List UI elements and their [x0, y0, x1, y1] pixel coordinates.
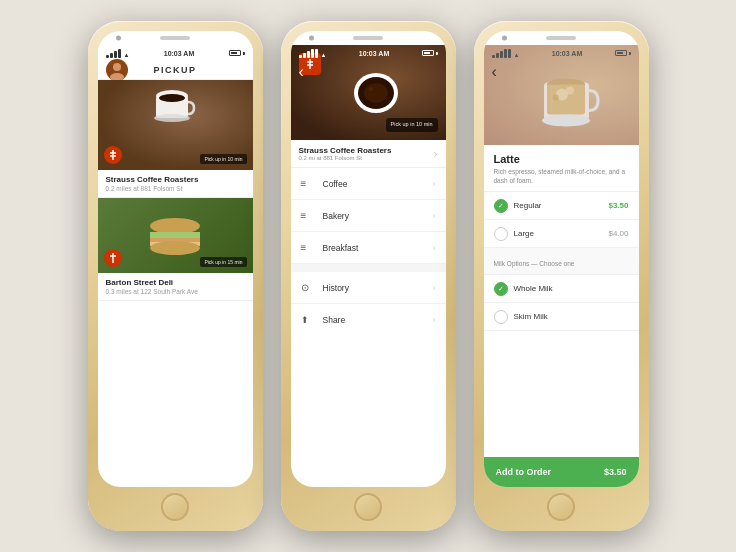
svg-point-4: [159, 94, 185, 102]
restaurant-chevron[interactable]: ›: [434, 147, 438, 161]
menu-item-bakery-left: ≡ Bakery: [301, 210, 349, 221]
home-button-2[interactable]: [354, 493, 382, 521]
share-chevron: ›: [433, 315, 436, 325]
camera-dot-3: [502, 36, 507, 41]
phone-2: ▲ 10:03 AM: [281, 21, 456, 531]
signal-3: ▲: [492, 49, 520, 58]
radio-skim-milk[interactable]: [494, 310, 508, 324]
speaker: [160, 36, 190, 40]
back-button-2[interactable]: ‹: [299, 63, 304, 81]
phone-3-status-bar: ▲ 10:03 AM: [484, 45, 639, 61]
history-icon: ⊙: [301, 282, 315, 293]
s2: [303, 53, 306, 58]
phone-2-top-bar: [291, 31, 446, 45]
battery-fill-3: [617, 52, 623, 54]
s3-4: [504, 49, 507, 58]
radio-regular[interactable]: [494, 199, 508, 213]
phone-1: ▲ 10:03 AM PICKUP: [88, 21, 263, 531]
pickup-badge-2: Pick up in 15 min: [200, 257, 246, 268]
speaker-3: [546, 36, 576, 40]
size-options: Regular $3.50 Large $4.00: [484, 192, 639, 248]
restaurant-1-address: 0.2 miles at 881 Folsom St: [106, 185, 245, 192]
breakfast-chevron: ›: [433, 243, 436, 253]
option-skim-milk[interactable]: Skim Milk: [484, 303, 639, 331]
battery-nub-3: [629, 52, 631, 55]
wifi-icon: ▲: [124, 52, 130, 58]
coffee-overhead-icon: [346, 68, 406, 118]
menu-lines-icon-coffee: ≡: [301, 178, 315, 189]
menu-item-coffee[interactable]: ≡ Coffee ›: [291, 168, 446, 200]
radio-whole-milk[interactable]: [494, 282, 508, 296]
signal-indicator: ▲: [106, 49, 130, 58]
battery-indicator: [229, 50, 245, 56]
restaurant-info: Strauss Coffee Roasters 0.2 mi at 881 Fo…: [299, 146, 392, 161]
s1: [299, 55, 302, 58]
signal-bar-1: [106, 55, 109, 58]
bakery-label: Bakery: [323, 211, 349, 221]
menu-divider: [291, 264, 446, 272]
speaker-2: [353, 36, 383, 40]
restaurant-2-card[interactable]: Barton Street Deli 0.3 miles at 122 Sout…: [98, 273, 253, 301]
time-3: 10:03 AM: [552, 50, 582, 57]
milk-options: Whole Milk Skim Milk: [484, 275, 639, 331]
phone-3: ▲ 10:03 AM: [474, 21, 649, 531]
brand-logo-2: [104, 249, 122, 267]
svg-point-10: [150, 241, 200, 255]
time-display: 10:03 AM: [164, 50, 194, 57]
svg-point-5: [154, 114, 190, 122]
menu-item-share[interactable]: ⬆ Share ›: [291, 304, 446, 336]
option-whole-milk[interactable]: Whole Milk: [484, 275, 639, 303]
home-button-3[interactable]: [547, 493, 575, 521]
page-title: PICKUP: [153, 65, 196, 75]
whole-milk-label: Whole Milk: [514, 284, 553, 293]
pickup-header: PICKUP: [98, 61, 253, 80]
battery-nub-2: [436, 52, 438, 55]
menu-lines-icon-bakery: ≡: [301, 210, 315, 221]
menu-lines-icon-breakfast: ≡: [301, 242, 315, 253]
option-large[interactable]: Large $4.00: [484, 220, 639, 248]
s3-2: [496, 53, 499, 58]
menu-item-history[interactable]: ⊙ History ›: [291, 272, 446, 304]
restaurant-name-2: Strauss Coffee Roasters: [299, 146, 392, 155]
restaurant-info-row[interactable]: Strauss Coffee Roasters 0.2 mi at 881 Fo…: [291, 140, 446, 168]
option-regular[interactable]: Regular $3.50: [484, 192, 639, 220]
menu-item-breakfast[interactable]: ≡ Breakfast ›: [291, 232, 446, 264]
phone-2-screen: ▲ 10:03 AM: [291, 31, 446, 487]
bakery-chevron: ›: [433, 211, 436, 221]
radio-large[interactable]: [494, 227, 508, 241]
add-to-order-button[interactable]: Add to Order $3.50: [484, 457, 639, 487]
large-price: $4.00: [608, 229, 628, 238]
phone-1-status-bar: ▲ 10:03 AM: [98, 45, 253, 61]
back-button-3[interactable]: ‹: [492, 63, 497, 81]
phone-3-screen: ▲ 10:03 AM: [484, 31, 639, 487]
restaurant-2-name: Barton Street Deli: [106, 278, 245, 287]
battery-fill-2: [424, 52, 430, 54]
wifi-3-icon: ▲: [514, 52, 520, 58]
pickup-badge-1: Pick up in 10 min: [200, 154, 246, 165]
coffee-cup-icon: [150, 88, 200, 133]
battery-icon: [229, 50, 241, 56]
menu-item-bakery[interactable]: ≡ Bakery ›: [291, 200, 446, 232]
option-skim-left: Skim Milk: [494, 310, 548, 324]
latte-description: Rich espresso, steamed milk-of-choice, a…: [494, 167, 629, 185]
restaurant-2-hero[interactable]: Pick up in 15 min: [98, 198, 253, 273]
battery-2: [422, 50, 438, 56]
coffee-chevron: ›: [433, 179, 436, 189]
svg-point-21: [542, 115, 590, 127]
phone-1-screen: ▲ 10:03 AM PICKUP: [98, 31, 253, 487]
restaurant-1-hero[interactable]: Pick up in 10 min: [98, 80, 253, 170]
svg-point-6: [150, 218, 200, 234]
s3-1: [492, 55, 495, 58]
battery-icon-3: [615, 50, 627, 56]
battery-fill: [231, 52, 237, 54]
add-to-order-label: Add to Order: [496, 467, 552, 477]
menu-item-share-left: ⬆ Share: [301, 315, 346, 325]
restaurant-2-address: 0.3 miles at 122 South Park Ave: [106, 288, 245, 295]
svg-point-20: [553, 95, 559, 101]
brand-logo-1: [104, 146, 122, 164]
home-button-1[interactable]: [161, 493, 189, 521]
menu-item-history-left: ⊙ History: [301, 282, 349, 293]
battery-nub: [243, 52, 245, 55]
restaurant-1-card[interactable]: Strauss Coffee Roasters 0.2 miles at 881…: [98, 170, 253, 198]
s3-3: [500, 51, 503, 58]
